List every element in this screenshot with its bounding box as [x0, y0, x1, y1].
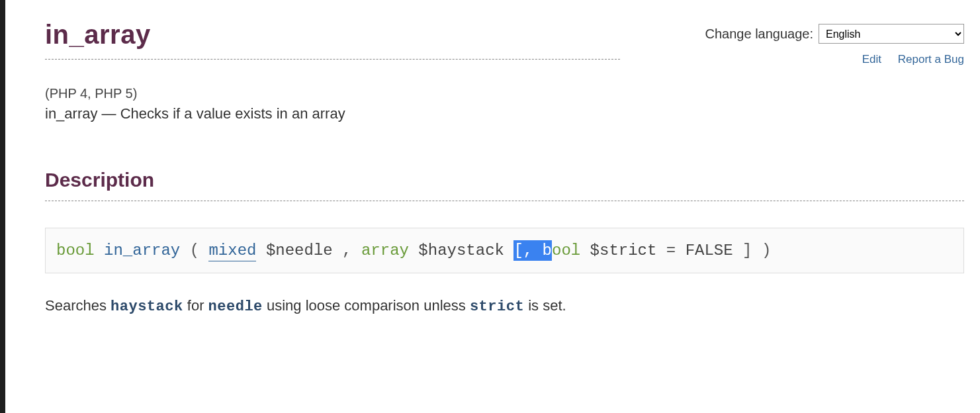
page-actions: Edit Report a Bug — [849, 53, 964, 66]
syn-return-type: bool — [56, 242, 95, 259]
change-language-label: Change language: — [705, 26, 813, 42]
function-synopsis: bool in_array ( mixed $needle , array $h… — [45, 228, 964, 273]
desc-strict: strict — [470, 298, 524, 315]
purpose-separator: — — [97, 105, 120, 122]
description-text: Searches haystack for needle using loose… — [45, 297, 964, 315]
syn-open-paren: ( — [190, 242, 209, 259]
syn-opt-type-rest: ool — [552, 242, 580, 259]
syn-equals: = — [666, 242, 686, 259]
desc-needle: needle — [208, 298, 263, 315]
desc-haystack: haystack — [111, 298, 183, 315]
syn-opt-default: FALSE — [686, 242, 733, 259]
php-versions: (PHP 4, PHP 5) — [45, 86, 964, 101]
desc-post: is set. — [524, 297, 566, 314]
title-divider — [45, 59, 620, 60]
desc-pre: Searches — [45, 297, 111, 314]
language-switcher: Change language: English — [705, 24, 964, 44]
desc-mid2: using loose comparison unless — [263, 297, 470, 314]
purpose-text: Checks if a value exists in an array — [120, 105, 345, 122]
syn-param1-type[interactable]: mixed — [208, 242, 256, 261]
purpose-funcname: in_array — [45, 105, 97, 122]
syn-opt-name: $strict — [590, 242, 657, 259]
report-bug-link[interactable]: Report a Bug — [898, 53, 964, 66]
syn-close: ] ) — [742, 242, 771, 259]
syn-funcname: in_array — [104, 242, 180, 259]
syn-param1-name: $needle — [266, 242, 333, 259]
syn-comma1: , — [342, 242, 361, 259]
edit-link[interactable]: Edit — [862, 53, 881, 66]
section-heading-description: Description — [45, 169, 964, 191]
language-select[interactable]: English — [819, 24, 964, 44]
syn-param2-name: $haystack — [418, 242, 504, 259]
desc-mid1: for — [183, 297, 208, 314]
section-divider — [45, 201, 964, 201]
function-purpose: in_array — Checks if a value exists in a… — [45, 105, 964, 122]
syn-param2-type: array — [361, 242, 409, 259]
syn-selection-highlight: [, b — [513, 240, 552, 261]
